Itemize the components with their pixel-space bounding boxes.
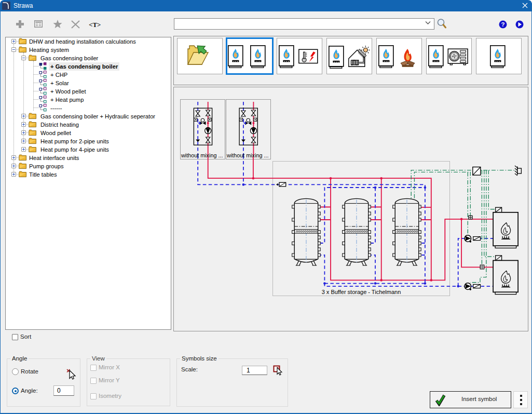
svg-text:without mixing ...: without mixing ... (181, 152, 223, 158)
svg-text:?: ? (501, 21, 504, 28)
svg-text:without mixing ...: without mixing ... (226, 152, 268, 158)
svg-text:3 x Buffer storage - Tichelman: 3 x Buffer storage - Tichelmann (322, 289, 401, 295)
